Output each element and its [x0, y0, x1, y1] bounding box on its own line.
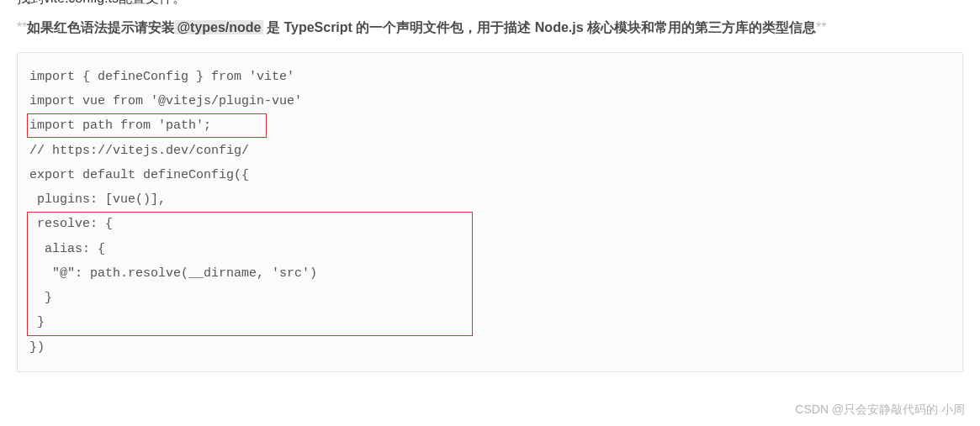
- code-line: "@": path.resolve(__dirname, 'src'): [29, 261, 951, 286]
- code-line: }: [29, 310, 951, 334]
- code-line: import { defineConfig } from 'vite': [29, 65, 951, 89]
- code-line: plugins: [vue()],: [29, 187, 951, 212]
- code-block: import { defineConfig } from 'vite' impo…: [17, 52, 963, 372]
- code-line: import path from 'path';: [29, 113, 951, 138]
- code-line: }): [29, 335, 951, 360]
- asterisk-prefix: **: [17, 20, 27, 34]
- highlighted-package: @types/node: [175, 20, 262, 34]
- truncated-previous-line: 找到vite.config.ts配置文件。: [17, 0, 963, 8]
- watermark: CSDN @只会安静敲代码的 小周: [795, 402, 965, 418]
- code-line: resolve: {: [29, 212, 951, 236]
- description-paragraph: **如果红色语法提示请安装@types/node 是 TypeScript 的一…: [17, 16, 963, 40]
- code-line: import vue from '@vitejs/plugin-vue': [29, 89, 951, 113]
- paragraph-part1: 如果红色语法提示请安装: [27, 20, 175, 34]
- code-line: // https://vitejs.dev/config/: [29, 139, 951, 163]
- code-line: alias: {: [29, 237, 951, 261]
- asterisk-suffix: **: [816, 20, 826, 34]
- code-line: }: [29, 286, 951, 310]
- paragraph-part2: 是 TypeScript 的一个声明文件包，用于描述 Node.js 核心模块和…: [263, 20, 817, 34]
- code-line: export default defineConfig({: [29, 163, 951, 187]
